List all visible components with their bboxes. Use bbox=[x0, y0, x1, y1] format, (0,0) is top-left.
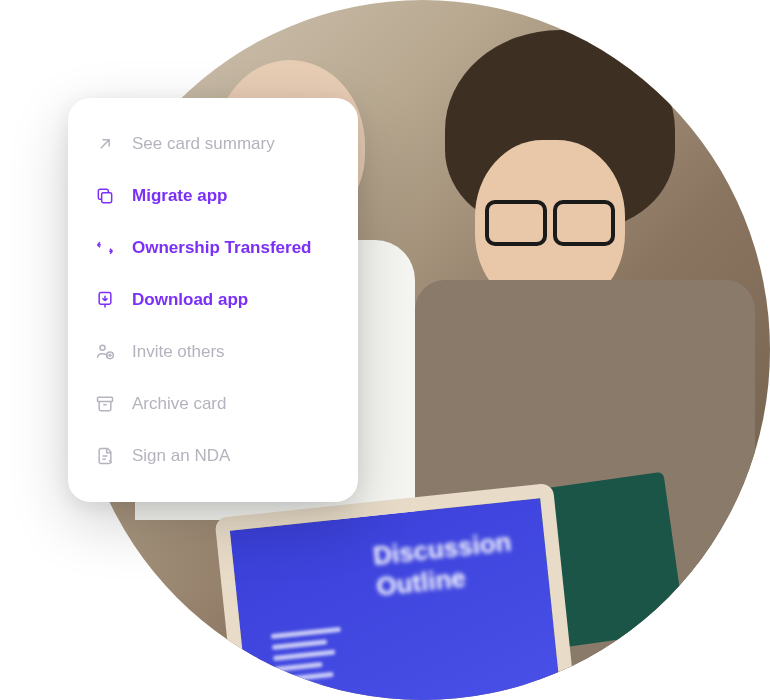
menu-item-label: Archive card bbox=[132, 394, 226, 414]
menu-item-label: Migrate app bbox=[132, 186, 227, 206]
menu-item-ownership-transferred[interactable]: Ownership Transfered bbox=[68, 222, 358, 274]
action-menu: See card summary Migrate app Ownership T… bbox=[68, 98, 358, 502]
laptop-title: Discussion Outline bbox=[372, 526, 520, 603]
menu-item-label: Invite others bbox=[132, 342, 225, 362]
arrow-up-right-icon bbox=[94, 133, 116, 155]
menu-item-sign-nda[interactable]: Sign an NDA bbox=[68, 430, 358, 482]
menu-item-label: Download app bbox=[132, 290, 248, 310]
invite-person-icon bbox=[94, 341, 116, 363]
menu-item-download-app[interactable]: Download app bbox=[68, 274, 358, 326]
menu-item-archive-card[interactable]: Archive card bbox=[68, 378, 358, 430]
menu-item-migrate-app[interactable]: Migrate app bbox=[68, 170, 358, 222]
menu-item-label: See card summary bbox=[132, 134, 275, 154]
menu-item-label: Sign an NDA bbox=[132, 446, 230, 466]
menu-item-see-summary[interactable]: See card summary bbox=[68, 118, 358, 170]
download-icon bbox=[94, 289, 116, 311]
transfer-arrows-icon bbox=[94, 237, 116, 259]
archive-icon bbox=[94, 393, 116, 415]
svg-rect-4 bbox=[98, 397, 113, 401]
svg-rect-0 bbox=[102, 193, 112, 203]
copy-icon bbox=[94, 185, 116, 207]
menu-item-invite-others[interactable]: Invite others bbox=[68, 326, 358, 378]
sign-document-icon bbox=[94, 445, 116, 467]
svg-point-2 bbox=[100, 345, 105, 350]
menu-item-label: Ownership Transfered bbox=[132, 238, 312, 258]
laptop-screen: Discussion Outline bbox=[214, 483, 575, 700]
